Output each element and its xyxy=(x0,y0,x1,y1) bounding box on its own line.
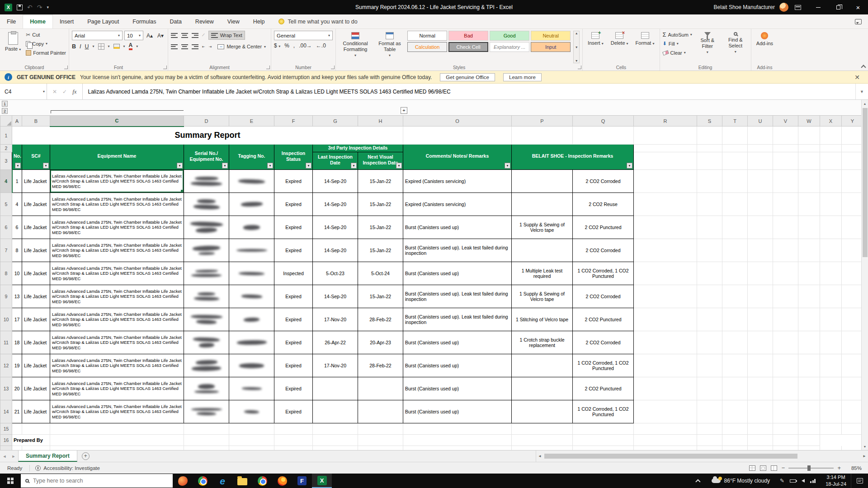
grid-cell[interactable] xyxy=(820,354,842,377)
increase-decimal-button[interactable]: .00→ xyxy=(299,42,312,49)
cell-H13[interactable] xyxy=(358,377,403,400)
grid-cell[interactable] xyxy=(820,400,842,423)
grid-cell[interactable] xyxy=(634,308,697,331)
cell-D5[interactable] xyxy=(184,193,229,216)
accessibility-status[interactable]: Accessibility: Investigate xyxy=(30,465,105,471)
cell-F10[interactable]: Expired xyxy=(274,308,313,331)
cell-P14[interactable] xyxy=(512,400,573,423)
cell-C9[interactable]: Lalizas Advanced Lamda 275N, Twin Chambe… xyxy=(50,285,184,308)
row-header-16[interactable]: 16 xyxy=(0,435,12,446)
grid-cell[interactable] xyxy=(634,239,697,262)
cell-Q14[interactable]: 1 CO2 Corroded, 1 CO2 Punctured xyxy=(573,400,634,423)
cell-B13[interactable]: Life Jacket xyxy=(22,377,50,400)
cell-E10[interactable] xyxy=(229,308,274,331)
name-box-dropdown-icon[interactable]: ▾ xyxy=(43,89,45,94)
grid-cell[interactable] xyxy=(748,216,773,239)
cell-C6[interactable]: Lalizas Advanced Lamda 275N, Twin Chambe… xyxy=(50,216,184,239)
style-calculation[interactable]: Calculation xyxy=(407,42,447,52)
cell-P7[interactable] xyxy=(512,239,573,262)
style-normal[interactable]: Normal xyxy=(407,31,447,41)
format-painter-button[interactable]: Format Painter xyxy=(26,49,66,56)
scroll-right-icon[interactable]: ► xyxy=(861,454,868,458)
zoom-slider[interactable] xyxy=(788,468,834,469)
style-check-cell[interactable]: Check Cell xyxy=(448,42,488,52)
grid-cell[interactable] xyxy=(842,193,862,216)
cell-P6[interactable]: 1 Supply & Sewing of Velcro tape xyxy=(512,216,573,239)
cell-P5[interactable] xyxy=(512,193,573,216)
top-align-button[interactable] xyxy=(171,33,178,38)
styles-dialog-launcher[interactable] xyxy=(578,66,581,69)
qat-customize-icon[interactable]: ▾ xyxy=(47,5,49,9)
cell-G8[interactable]: 5-Oct-23 xyxy=(313,262,358,285)
grid-cell[interactable] xyxy=(820,193,842,216)
get-genuine-office-button[interactable]: Get genuine Office xyxy=(440,73,495,81)
cell-F4[interactable]: Expired xyxy=(274,170,313,193)
cell-A10[interactable]: 17 xyxy=(12,308,22,331)
grid-cell[interactable] xyxy=(634,216,697,239)
cell-C13[interactable]: Lalizas Advanced Lamda 275N, Twin Chambe… xyxy=(50,377,184,400)
cell-A4[interactable]: 1 xyxy=(12,170,22,193)
grid-cell[interactable] xyxy=(697,216,722,239)
grid-cell[interactable] xyxy=(798,377,820,400)
grid-cell[interactable] xyxy=(697,239,722,262)
percent-style-button[interactable]: % xyxy=(284,42,289,49)
cell-G6[interactable]: 14-Sep-20 xyxy=(313,216,358,239)
battery-icon[interactable] xyxy=(790,479,796,483)
sheet-title[interactable]: Summary Report xyxy=(12,127,403,145)
taskbar-icon-chrome-2[interactable] xyxy=(252,474,272,488)
taskbar-icon-file-explorer[interactable] xyxy=(232,474,252,488)
cell-G14[interactable] xyxy=(313,400,358,423)
column-header-Q[interactable]: Q xyxy=(573,116,634,127)
grid-cell[interactable] xyxy=(798,308,820,331)
style-explanatory[interactable]: Explanatory ... xyxy=(490,42,529,52)
column-header-E[interactable]: E xyxy=(229,116,274,127)
cell-F12[interactable]: Expired xyxy=(274,354,313,377)
cell-G12[interactable]: 17-Nov-20 xyxy=(313,354,358,377)
row-header-3[interactable]: 3 xyxy=(0,152,12,170)
taskbar-icon-firefox[interactable] xyxy=(272,474,292,488)
cell-Q11[interactable]: 2 CO2 Corroded xyxy=(573,331,634,354)
page-layout-view-icon[interactable] xyxy=(760,465,766,471)
account-name[interactable]: Belait Shoe Manufacturer xyxy=(714,4,775,10)
cell-B11[interactable]: Life Jacket xyxy=(22,331,50,354)
find-select-button[interactable]: Find & Select▾ xyxy=(723,31,748,63)
scroll-up-icon[interactable]: ▲ xyxy=(862,100,868,107)
volume-icon[interactable] xyxy=(802,479,805,483)
cancel-entry-icon[interactable]: ✕ xyxy=(52,89,57,95)
grid-cell[interactable] xyxy=(773,308,798,331)
taskbar-weather[interactable]: 86°F Mostly cloudy xyxy=(707,478,775,484)
grid-cell[interactable] xyxy=(842,308,862,331)
name-box-input[interactable] xyxy=(5,89,36,95)
cell-E8[interactable] xyxy=(229,262,274,285)
new-sheet-button[interactable]: + xyxy=(82,452,90,460)
grid-cell[interactable] xyxy=(722,239,748,262)
style-good[interactable]: Good xyxy=(490,31,529,41)
column-header-P[interactable]: P xyxy=(512,116,573,127)
cell-F5[interactable]: Expired xyxy=(274,193,313,216)
grid-cell[interactable] xyxy=(820,239,842,262)
borders-button[interactable] xyxy=(98,43,104,50)
cell-C5[interactable]: Lalizas Advanced Lamda 275N, Twin Chambe… xyxy=(50,193,184,216)
style-bad[interactable]: Bad xyxy=(448,31,488,41)
normal-view-icon[interactable] xyxy=(749,465,755,471)
grid-cell[interactable] xyxy=(748,354,773,377)
cell-O14[interactable]: Burst (Canisters used up) xyxy=(403,400,512,423)
cell-H5[interactable]: 15-Jan-22 xyxy=(358,193,403,216)
format-cells-button[interactable]: Format ▾ xyxy=(633,31,657,63)
decrease-decimal-button[interactable]: ←.0 xyxy=(316,42,326,49)
grid-cell[interactable] xyxy=(634,193,697,216)
grid-cell[interactable] xyxy=(722,377,748,400)
header-third-party[interactable]: 3rd Party Inspection Details xyxy=(313,145,403,152)
cell-Q12[interactable]: 1 CO2 Corroded, 1 CO2 Punctured xyxy=(573,354,634,377)
grid-cell[interactable] xyxy=(748,170,773,193)
grid-cell[interactable] xyxy=(748,377,773,400)
row-header-9[interactable]: 9 xyxy=(0,285,12,308)
filter-icon[interactable]: ▼ xyxy=(43,163,49,169)
sheet-nav-right-icon[interactable]: ► xyxy=(9,450,18,462)
tell-me-box[interactable]: Tell me what you want to do xyxy=(271,14,364,28)
filter-icon[interactable]: ▼ xyxy=(15,163,21,169)
grid-cell[interactable] xyxy=(722,216,748,239)
grid-cell[interactable] xyxy=(634,285,697,308)
cell-P13[interactable] xyxy=(512,377,573,400)
column-header-H[interactable]: H xyxy=(358,116,403,127)
